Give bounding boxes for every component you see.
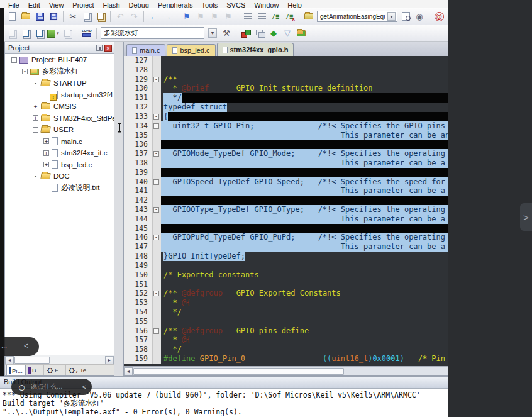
- redo-icon[interactable]: ↷: [128, 10, 140, 23]
- menu-view[interactable]: View: [45, 1, 69, 8]
- tree-item[interactable]: -Project: BH-F407: [5, 54, 114, 66]
- code-line-143[interactable]: 143- GPIOOType_TypeDef GPIO_OType; /*!< …: [124, 205, 448, 214]
- prev-bookmark-icon[interactable]: ⚑: [194, 10, 207, 23]
- code-line-127[interactable]: 127: [124, 56, 448, 65]
- fold-collapse-icon[interactable]: -: [153, 235, 159, 240]
- fold-collapse-icon[interactable]: -: [153, 207, 159, 213]
- fold-collapse-icon[interactable]: -: [153, 328, 159, 334]
- comment-icon[interactable]: /≡: [269, 10, 282, 23]
- code-line-148[interactable]: 148}GPIO_InitTypeDef;: [124, 252, 448, 261]
- code-line-159[interactable]: 159#define GPIO_Pin_0 ((uint16_t)0x0001)…: [124, 354, 448, 364]
- code-line-128[interactable]: 128: [124, 65, 448, 75]
- tree-item[interactable]: -STARTUP: [5, 77, 114, 89]
- expand-expander-icon[interactable]: +: [43, 150, 49, 156]
- code-line-136[interactable]: 136: [124, 140, 448, 149]
- insert-template-icon[interactable]: ◆: [267, 27, 280, 40]
- fold-collapse-icon[interactable]: -: [153, 179, 159, 185]
- tree-item[interactable]: 必读说明.txt: [5, 182, 114, 194]
- scroll-right-icon[interactable]: ►: [105, 356, 114, 364]
- code-line-129[interactable]: 129-/**: [124, 75, 448, 84]
- code-line-152[interactable]: 152-/** @defgroup GPIO_Exported_Constant…: [124, 289, 448, 298]
- lookup-icon[interactable]: ◉: [413, 10, 426, 23]
- help-search-icon[interactable]: @: [433, 10, 445, 23]
- bookmark-icon[interactable]: ⚑: [180, 10, 193, 23]
- menu-svcs[interactable]: SVCS: [222, 1, 250, 8]
- code-line-151[interactable]: 151: [124, 280, 448, 289]
- code-line-138[interactable]: 138 This parameter can be a value of @re…: [124, 158, 448, 168]
- code-line-146[interactable]: 146- GPIOPuPd_TypeDef GPIO_PuPd; /*!< Sp…: [124, 233, 448, 242]
- panel-splitter[interactable]: [114, 42, 123, 376]
- expand-expander-icon[interactable]: +: [33, 115, 38, 121]
- code-line-156[interactable]: 156-/** @defgroup GPIO_pins_define: [124, 326, 448, 336]
- collapse-expander-icon[interactable]: -: [33, 174, 38, 179]
- code-line-153[interactable]: 153 * @{: [124, 298, 448, 308]
- manage-project-items-icon[interactable]: [240, 27, 252, 40]
- code-line-145[interactable]: 145: [124, 224, 448, 233]
- code-line-147[interactable]: 147 This parameter can be a value of @re…: [124, 242, 448, 252]
- fold-collapse-icon[interactable]: -: [153, 123, 159, 129]
- editor-tab-stm32f4xx_gpio-h[interactable]: stm32f4xx_gpio.h: [217, 43, 294, 56]
- code-line-130[interactable]: 130 * @brief GPIO Init structure definit…: [124, 84, 448, 93]
- menu-debug[interactable]: Debug: [125, 1, 153, 8]
- menu-tools[interactable]: Tools: [197, 1, 223, 8]
- menu-file[interactable]: File: [4, 1, 24, 8]
- editor-tab-main-c[interactable]: main.c: [126, 44, 165, 56]
- target-dropdown-icon[interactable]: ▼: [206, 27, 219, 40]
- stop-build-icon[interactable]: [61, 27, 74, 40]
- collapse-expander-icon[interactable]: -: [11, 57, 17, 63]
- new-file-icon[interactable]: [6, 10, 18, 23]
- collapse-expander-icon[interactable]: -: [33, 127, 38, 133]
- undo-icon[interactable]: ↶: [114, 10, 126, 23]
- code-line-149[interactable]: 149: [124, 261, 448, 270]
- code-line-158[interactable]: 158 */: [124, 345, 448, 354]
- scroll-left-icon[interactable]: ◄: [5, 356, 14, 364]
- manage-layers-icon[interactable]: [253, 27, 266, 40]
- open-file-icon[interactable]: [19, 10, 32, 23]
- rebuild-icon[interactable]: [33, 27, 46, 40]
- fold-collapse-icon[interactable]: -: [153, 77, 159, 82]
- save-icon[interactable]: [33, 10, 46, 23]
- editor-scroll-left-icon[interactable]: ◄: [124, 367, 133, 375]
- target-select[interactable]: 多彩流水灯: [101, 27, 204, 39]
- filter-icon[interactable]: ▽: [281, 27, 294, 40]
- panel-tab-pr[interactable]: Pr...: [6, 365, 26, 375]
- menu-flash[interactable]: Flash: [99, 1, 125, 8]
- expand-expander-icon[interactable]: +: [43, 138, 49, 144]
- chat-input-placeholder[interactable]: 说点什么...: [30, 382, 82, 391]
- project-hscroll-thumb[interactable]: [14, 357, 50, 364]
- code-line-154[interactable]: 154 */: [124, 308, 448, 317]
- fold-collapse-icon[interactable]: -: [153, 151, 159, 157]
- pack-installer-icon[interactable]: [295, 27, 308, 40]
- menu-window[interactable]: Window: [250, 1, 283, 8]
- panel-tab-b[interactable]: B...: [26, 365, 44, 375]
- menu-help[interactable]: Help: [283, 1, 306, 8]
- editor-hscrollbar[interactable]: ◄: [124, 366, 448, 375]
- cut-icon[interactable]: ✂: [67, 10, 79, 23]
- indent-icon[interactable]: [255, 10, 268, 23]
- fold-collapse-icon[interactable]: -: [153, 291, 159, 296]
- menu-peripherals[interactable]: Peripherals: [153, 1, 197, 8]
- chat-collapse-chevron[interactable]: <: [82, 383, 86, 391]
- next-bookmark-icon[interactable]: ⚑: [208, 10, 221, 23]
- code-line-155[interactable]: 155: [124, 317, 448, 326]
- tree-item[interactable]: +CMSIS: [5, 101, 114, 113]
- code-line-140[interactable]: 140- GPIOSpeed_TypeDef GPIO_Speed; /*!< …: [124, 177, 448, 187]
- pin-icon[interactable]: [96, 45, 103, 51]
- options-for-target-icon[interactable]: ⚒: [220, 27, 233, 40]
- collapse-expander-icon[interactable]: -: [22, 69, 28, 74]
- expand-panel-chevron[interactable]: >: [520, 203, 532, 231]
- uncomment-icon[interactable]: /≡: [283, 10, 296, 23]
- code-line-133[interactable]: 133-{: [124, 112, 448, 121]
- code-line-150[interactable]: 150/* Exported constants ---------------…: [124, 270, 448, 280]
- tree-item[interactable]: +STM32F4xx_StdPerip: [5, 113, 114, 125]
- outdent-icon[interactable]: [241, 10, 254, 23]
- tree-item[interactable]: +stm32f4xx_it.c: [5, 147, 114, 159]
- tree-item[interactable]: -多彩流水灯: [5, 66, 114, 78]
- tree-item[interactable]: startup_stm32f4: [5, 89, 114, 101]
- clear-bookmarks-icon[interactable]: ⚑: [222, 10, 235, 23]
- code-line-142[interactable]: 142: [124, 196, 448, 205]
- tree-item[interactable]: -DOC: [5, 170, 114, 182]
- build-icon[interactable]: [19, 27, 32, 40]
- code-line-135[interactable]: 135 This parameter can be any value of @…: [124, 131, 448, 140]
- code-line-144[interactable]: 144 This parameter can be a value of @re…: [124, 214, 448, 224]
